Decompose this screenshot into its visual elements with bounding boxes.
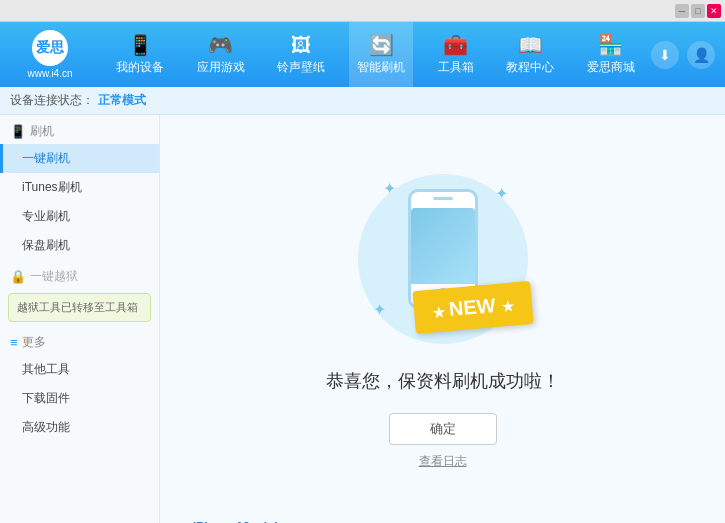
status-value: 正常模式 bbox=[98, 92, 146, 109]
sidebar-item-one-key-flash[interactable]: 一键刷机 bbox=[0, 144, 159, 173]
jailbreak-notice-text: 越狱工具已转移至工具箱 bbox=[17, 301, 138, 313]
smart-flash-icon: 🔄 bbox=[369, 33, 394, 57]
other-tools-label: 其他工具 bbox=[22, 362, 70, 376]
nav-toolbox[interactable]: 🧰 工具箱 bbox=[430, 22, 482, 87]
minimize-btn[interactable]: ─ bbox=[675, 4, 689, 18]
tutorial-icon: 📖 bbox=[518, 33, 543, 57]
sidebar-section-more: ≡ 更多 bbox=[0, 326, 159, 355]
sidebar-item-itunes-flash[interactable]: iTunes刷机 bbox=[0, 173, 159, 202]
more-section-label: 更多 bbox=[22, 334, 46, 351]
close-btn[interactable]: ✕ bbox=[707, 4, 721, 18]
jailbreak-section-label: 一键越狱 bbox=[30, 268, 78, 285]
sidebar: 📱 刷机 一键刷机 iTunes刷机 专业刷机 保盘刷机 🔒 一键越狱 越狱工具… bbox=[0, 115, 160, 523]
sidebar-section-flash: 📱 刷机 bbox=[0, 115, 159, 144]
logo-icon: 爱思 bbox=[32, 30, 68, 66]
download-fw-label: 下载固件 bbox=[22, 391, 70, 405]
success-illustration: ✦ ✦ ✦ NEW bbox=[353, 169, 533, 349]
nav-store[interactable]: 🏪 爱思商城 bbox=[579, 22, 643, 87]
sparkle-1: ✦ bbox=[383, 179, 396, 198]
wallpaper-icon: 🖼 bbox=[291, 34, 311, 57]
toolbox-icon: 🧰 bbox=[443, 33, 468, 57]
status-bar: 设备连接状态： 正常模式 bbox=[0, 87, 725, 115]
sidebar-item-pro-flash[interactable]: 专业刷机 bbox=[0, 202, 159, 231]
apps-label: 应用游戏 bbox=[197, 59, 245, 76]
nav-smart-flash[interactable]: 🔄 智能刷机 bbox=[349, 22, 413, 87]
device-name: iPhone 12 mini bbox=[193, 520, 278, 524]
new-ribbon-text: NEW bbox=[448, 294, 496, 320]
success-message: 恭喜您，保资料刷机成功啦！ bbox=[326, 369, 560, 393]
sidebar-item-advanced[interactable]: 高级功能 bbox=[0, 413, 159, 442]
nav-apps[interactable]: 🎮 应用游戏 bbox=[189, 22, 253, 87]
smart-flash-label: 智能刷机 bbox=[357, 59, 405, 76]
sidebar-item-other-tools[interactable]: 其他工具 bbox=[0, 355, 159, 384]
logo[interactable]: 爱思 www.i4.cn bbox=[0, 30, 100, 79]
navbar: 爱思 www.i4.cn 📱 我的设备 🎮 应用游戏 🖼 铃声壁纸 🔄 智能刷机… bbox=[0, 22, 725, 87]
sidebar-section-jailbreak: 🔒 一键越狱 bbox=[0, 260, 159, 289]
main: 📱 刷机 一键刷机 iTunes刷机 专业刷机 保盘刷机 🔒 一键越狱 越狱工具… bbox=[0, 115, 725, 523]
phone-screen bbox=[411, 208, 475, 284]
jailbreak-lock-icon: 🔒 bbox=[10, 269, 26, 284]
sparkle-3: ✦ bbox=[373, 300, 386, 319]
sparkle-2: ✦ bbox=[495, 184, 508, 203]
title-bar: ─ □ ✕ bbox=[0, 0, 725, 22]
confirm-button[interactable]: 确定 bbox=[389, 413, 497, 445]
status-label: 设备连接状态： bbox=[10, 92, 94, 109]
nav-my-device[interactable]: 📱 我的设备 bbox=[108, 22, 172, 87]
toolbox-label: 工具箱 bbox=[438, 59, 474, 76]
content-area: ✦ ✦ ✦ NEW 恭喜您，保资料刷机成功啦！ 确定 查看日志 bbox=[160, 115, 725, 523]
sidebar-item-download-fw[interactable]: 下载固件 bbox=[0, 384, 159, 413]
itunes-flash-label: iTunes刷机 bbox=[22, 180, 82, 194]
nav-items: 📱 我的设备 🎮 应用游戏 🖼 铃声壁纸 🔄 智能刷机 🧰 工具箱 📖 教程中心… bbox=[100, 22, 651, 87]
phone-speaker bbox=[433, 197, 453, 200]
maximize-btn[interactable]: □ bbox=[691, 4, 705, 18]
store-icon: 🏪 bbox=[598, 33, 623, 57]
my-device-icon: 📱 bbox=[128, 33, 153, 57]
logo-text: 爱思 bbox=[36, 39, 64, 57]
advanced-label: 高级功能 bbox=[22, 420, 70, 434]
wallpaper-label: 铃声壁纸 bbox=[277, 59, 325, 76]
bottom-left: 自动检测 跳过向导 📱 iPhone 12 mini 64GB Down-12m… bbox=[10, 520, 278, 524]
more-section-icon: ≡ bbox=[10, 335, 18, 350]
bottom-device: iPhone 12 mini 64GB Down-12mini-13,1 bbox=[193, 520, 278, 524]
nav-wallpaper[interactable]: 🖼 铃声壁纸 bbox=[269, 22, 333, 87]
logo-url: www.i4.cn bbox=[27, 68, 72, 79]
jailbreak-notice: 越狱工具已转移至工具箱 bbox=[8, 293, 151, 322]
save-flash-label: 保盘刷机 bbox=[22, 238, 70, 252]
apps-icon: 🎮 bbox=[208, 33, 233, 57]
nav-right: ⬇ 👤 bbox=[651, 41, 725, 69]
user-btn[interactable]: 👤 bbox=[687, 41, 715, 69]
tutorial-label: 教程中心 bbox=[506, 59, 554, 76]
store-label: 爱思商城 bbox=[587, 59, 635, 76]
flash-section-icon: 📱 bbox=[10, 124, 26, 139]
one-key-flash-label: 一键刷机 bbox=[22, 151, 70, 165]
sidebar-item-save-flash[interactable]: 保盘刷机 bbox=[0, 231, 159, 260]
log-link[interactable]: 查看日志 bbox=[419, 453, 467, 470]
my-device-label: 我的设备 bbox=[116, 59, 164, 76]
download-btn[interactable]: ⬇ bbox=[651, 41, 679, 69]
flash-section-label: 刷机 bbox=[30, 123, 54, 140]
pro-flash-label: 专业刷机 bbox=[22, 209, 70, 223]
nav-tutorial[interactable]: 📖 教程中心 bbox=[498, 22, 562, 87]
